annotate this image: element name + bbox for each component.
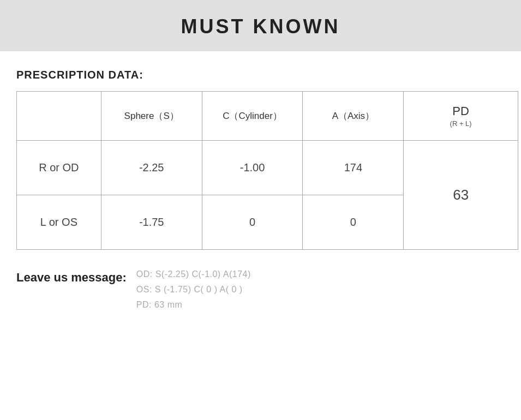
os-axis: 0: [303, 195, 404, 250]
od-sphere: -2.25: [101, 141, 202, 195]
message-line-od: OD: S(-2.25) C(-1.0) A(174): [136, 269, 251, 279]
od-axis: 174: [303, 141, 404, 195]
section-title: PRESCRIPTION DATA:: [16, 69, 505, 81]
os-sphere: -1.75: [101, 195, 202, 250]
table-header-row: Sphere（S） C（Cylinder） A（Axis） PD (R + L): [17, 92, 518, 141]
leave-message-section: Leave us message: OD: S(-2.25) C(-1.0) A…: [16, 269, 505, 310]
message-line-pd: PD: 63 mm: [136, 300, 251, 310]
os-cylinder: 0: [202, 195, 303, 250]
pd-value: 63: [453, 187, 469, 203]
pd-main-label: PD: [404, 104, 518, 118]
message-lines: OD: S(-2.25) C(-1.0) A(174) OS: S (-1.75…: [136, 269, 251, 310]
prescription-table: Sphere（S） C（Cylinder） A（Axis） PD (R + L)…: [16, 91, 518, 250]
os-label: L or OS: [17, 195, 101, 250]
col-empty: [17, 92, 101, 141]
col-cylinder-header: C（Cylinder）: [202, 92, 303, 141]
message-line-os: OS: S (-1.75) C( 0 ) A( 0 ): [136, 285, 251, 295]
content-area: PRESCRIPTION DATA: Sphere（S） C（Cylinder）…: [0, 69, 521, 310]
pd-value-cell: 63: [404, 141, 518, 250]
od-cylinder: -1.00: [202, 141, 303, 195]
col-pd-header: PD (R + L): [404, 92, 518, 141]
col-sphere-header: Sphere（S）: [101, 92, 202, 141]
leave-message-label: Leave us message:: [16, 269, 127, 285]
pd-sub-label: (R + L): [404, 119, 518, 128]
main-title: MUST KNOWN: [181, 15, 340, 38]
od-label: R or OD: [17, 141, 101, 195]
header-banner: MUST KNOWN: [0, 0, 521, 51]
col-axis-header: A（Axis）: [303, 92, 404, 141]
table-row-od: R or OD -2.25 -1.00 174 63: [17, 141, 518, 195]
